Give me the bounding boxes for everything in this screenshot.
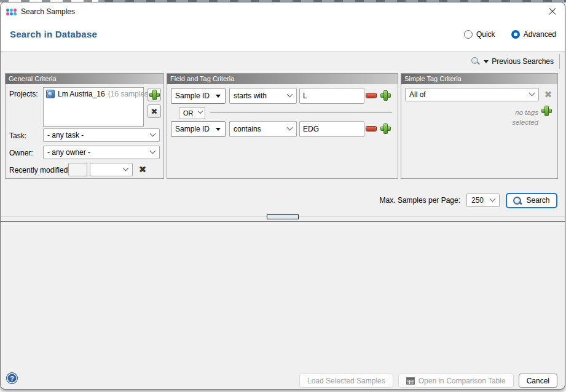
chevron-down-icon: [198, 109, 203, 114]
splitter-handle[interactable]: [267, 214, 299, 219]
previous-searches-button[interactable]: Previous Searches: [471, 54, 560, 69]
x-icon: ✖: [544, 90, 552, 100]
previous-searches-icon: [471, 57, 481, 66]
window-title: Search Samples: [21, 7, 75, 16]
owner-dropdown-value: - any owner -: [47, 148, 90, 157]
recently-modified-label: Recently modified:: [9, 166, 70, 174]
field-dropdown-value: Sample ID: [175, 92, 210, 100]
table-icon: [406, 377, 415, 385]
add-criterion-button[interactable]: [381, 91, 390, 100]
projects-label: Projects:: [9, 90, 38, 98]
criteria-divider: [210, 112, 392, 113]
criterion-value-input[interactable]: [299, 121, 364, 137]
chevron-down-icon: [123, 165, 129, 171]
plus-icon: [542, 106, 551, 116]
close-icon[interactable]: [546, 6, 559, 18]
projects-listbox[interactable]: Lm Austria_16 (16 samples): [43, 87, 144, 127]
remove-criterion-button[interactable]: [366, 93, 376, 98]
recently-modified-value-input[interactable]: [68, 163, 87, 176]
search-mode-group: Quick Advanced: [464, 30, 556, 39]
results-divider: [1, 221, 565, 222]
simple-tag-criteria-panel: Simple Tag Criteria All of ✖ no tags sel…: [401, 73, 558, 179]
magnifier-icon: [513, 196, 522, 205]
question-mark-icon: ?: [10, 375, 14, 382]
plus-icon: [381, 91, 390, 100]
field-dropdown-value: Sample ID: [175, 125, 210, 133]
search-samples-dialog: Search Samples Search in Database Quick …: [0, 2, 565, 390]
plus-icon: [150, 90, 159, 100]
remove-criterion-button[interactable]: [366, 127, 376, 131]
radio-advanced-label: Advanced: [524, 30, 556, 39]
page-title: Search in Database: [10, 29, 97, 39]
radio-advanced[interactable]: Advanced: [511, 30, 556, 39]
load-selected-samples-button[interactable]: Load Selected Samples: [299, 374, 393, 388]
dropdown-arrow-icon: [484, 60, 489, 63]
chevron-down-icon: [287, 125, 293, 131]
radio-quick-label: Quick: [476, 30, 495, 39]
add-criterion-button[interactable]: [381, 124, 390, 133]
search-button[interactable]: Search: [506, 193, 557, 208]
field-tag-criteria-header: Field and Tag Criteria: [167, 74, 398, 84]
max-samples-label: Max. Samples per Page:: [380, 196, 460, 205]
app-logo-icon: [6, 7, 17, 17]
join-operator-value: OR: [183, 109, 194, 117]
dialog-header: Search in Database Quick Advanced: [1, 21, 565, 52]
chevron-down-icon: [529, 90, 535, 96]
chevron-down-icon: [287, 92, 293, 98]
cancel-button[interactable]: Cancel: [519, 374, 557, 388]
open-in-comparison-table-button[interactable]: Open in Comparison Table: [398, 374, 514, 388]
project-name: Lm Austria_16: [58, 90, 105, 98]
minus-icon: [366, 93, 376, 98]
add-project-button[interactable]: [147, 88, 161, 101]
search-button-label: Search: [526, 196, 549, 205]
field-criterion-row: Sample ID contains: [167, 121, 398, 137]
operator-dropdown-value: starts with: [234, 92, 267, 100]
field-tag-criteria-panel: Field and Tag Criteria Sample ID starts …: [167, 73, 398, 179]
task-dropdown[interactable]: - any task -: [43, 128, 160, 142]
radio-quick-circle-icon[interactable]: [464, 30, 473, 39]
dropdown-arrow-icon: [216, 95, 221, 98]
no-tags-selected-text: no tags selected: [493, 108, 538, 127]
operator-dropdown[interactable]: starts with: [229, 88, 297, 104]
field-dropdown[interactable]: Sample ID: [171, 88, 226, 104]
add-tag-button[interactable]: [542, 106, 551, 116]
chevron-down-icon: [150, 131, 156, 137]
max-samples-dropdown[interactable]: 250: [466, 194, 500, 207]
cancel-label: Cancel: [527, 377, 549, 385]
load-selected-samples-label: Load Selected Samples: [307, 377, 385, 385]
operator-dropdown[interactable]: contains: [229, 121, 297, 137]
field-criterion-row: Sample ID starts with: [167, 88, 398, 104]
help-button[interactable]: ?: [6, 372, 18, 384]
radio-quick[interactable]: Quick: [464, 30, 495, 39]
titlebar[interactable]: Search Samples: [1, 2, 565, 21]
radio-advanced-circle-icon[interactable]: [511, 30, 520, 39]
general-criteria-header: General Criteria: [6, 74, 163, 84]
join-operator-dropdown[interactable]: OR: [179, 107, 205, 119]
dropdown-arrow-icon: [216, 128, 221, 131]
plus-icon: [381, 124, 390, 133]
max-samples-value: 250: [471, 196, 484, 205]
x-icon: ✖: [151, 108, 158, 116]
project-sample-count: (16 samples): [108, 90, 151, 98]
x-icon: ✖: [139, 165, 147, 174]
clear-tags-button[interactable]: ✖: [541, 88, 555, 101]
footer-buttons: Load Selected Samples Open in Comparison…: [299, 374, 557, 388]
project-list-item[interactable]: Lm Austria_16 (16 samples): [46, 90, 141, 98]
search-controls: Max. Samples per Page: 250 Search: [380, 193, 557, 208]
tag-match-dropdown-value: All of: [409, 90, 426, 99]
recently-modified-unit-dropdown[interactable]: [90, 163, 133, 176]
operator-dropdown-value: contains: [234, 125, 261, 133]
field-dropdown[interactable]: Sample ID: [171, 121, 226, 137]
general-criteria-panel: General Criteria Projects: Lm Austria_16…: [5, 73, 164, 179]
owner-label: Owner:: [9, 149, 33, 157]
owner-dropdown[interactable]: - any owner -: [43, 146, 160, 159]
project-icon: [46, 90, 55, 98]
remove-project-button[interactable]: ✖: [147, 104, 161, 118]
simple-tag-criteria-header: Simple Tag Criteria: [401, 74, 557, 84]
criterion-value-input[interactable]: [299, 88, 364, 104]
tag-match-dropdown[interactable]: All of: [405, 88, 539, 101]
chevron-down-icon: [150, 148, 156, 154]
task-dropdown-value: - any task -: [47, 131, 84, 139]
search-samples-dialog-screen: Search Samples Search in Database Quick …: [0, 0, 566, 392]
clear-recently-modified-button[interactable]: ✖: [136, 163, 149, 176]
